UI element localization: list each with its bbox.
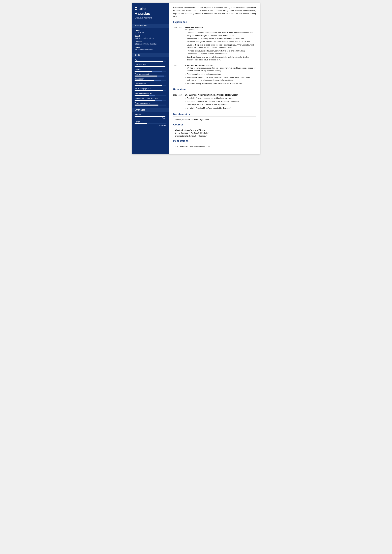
memberships-list: Member, Executive Assistant Organization — [173, 119, 256, 121]
skill-bar — [134, 61, 166, 62]
language-bar — [134, 116, 166, 117]
education-section: Education 2010 - 2013 BA, Business Admin… — [173, 88, 256, 110]
experience-bullets: Worked as temp executive assistant for 4… — [185, 67, 256, 85]
experience-item: 2013 Freelance Executive Assistant Worke… — [173, 64, 256, 85]
experience-bullets: Handled top executive assistant duties f… — [185, 31, 256, 61]
skill-item: Logistics — [134, 68, 166, 72]
course-item: Global Business in Practice, UC Berkeley — [173, 132, 256, 134]
languages-heading: Languages — [132, 108, 169, 112]
education-item: 2010 - 2013 BA, Business Administration,… — [173, 94, 256, 110]
education-content: BA, Business Administration, The College… — [185, 94, 256, 110]
skill-name: EQ — [134, 59, 166, 61]
experience-bullet: Provided executive project support, admi… — [187, 50, 256, 55]
skill-name: File-Sharing Systems — [134, 88, 166, 90]
skill-bar — [134, 100, 166, 101]
skills-list: EQ Communication Logistics Time Manageme… — [134, 59, 166, 105]
skill-bar — [134, 90, 166, 91]
skill-item: Coordinating Conference Calls — [134, 97, 166, 101]
courses-heading: Courses — [173, 123, 256, 127]
summary-text: Resourceful Executive Assistant with 5+ … — [173, 6, 256, 18]
person-name: ClarieHaradas — [134, 6, 166, 16]
experience-bullet: Handled top executive assistant duties f… — [187, 31, 256, 37]
experience-bullet: Saved each top-level exec 11 hours per w… — [187, 44, 256, 49]
publications-heading: Publications — [173, 140, 256, 143]
experience-list: 2013 - 2018 Executive Assistant ISN Lipm… — [173, 26, 256, 85]
twitter-label: Twitter — [134, 46, 166, 48]
main-content: Resourceful Executive Assistant with 5+ … — [169, 3, 260, 154]
experience-company: ISN Lipmann, Inc. — [185, 28, 256, 31]
language-bar — [134, 123, 166, 124]
memberships-section: Memberships Member, Executive Assistant … — [173, 113, 256, 121]
skill-bar — [134, 80, 166, 81]
skill-item: Email Systems — [134, 83, 166, 86]
skill-item: Compassion — [134, 78, 166, 81]
education-degree: BA, Business Administration, The College… — [185, 94, 256, 96]
publications-section: Publications How Details Kill, The Count… — [173, 140, 256, 147]
languages-list: Spanish Fluent French Conversational — [134, 113, 166, 126]
education-date: 2010 - 2013 — [173, 94, 185, 110]
skill-bar — [134, 95, 166, 96]
language-item: Spanish Fluent — [134, 113, 166, 119]
experience-date: 2013 — [173, 64, 185, 85]
experience-bullet: Worked as temp executive assistant for 4… — [187, 67, 256, 72]
skill-bar — [134, 76, 166, 77]
language-name: French — [134, 121, 166, 123]
sidebar: ClarieHaradas Executive Assistant Person… — [132, 3, 169, 154]
skill-name: Compassion — [134, 78, 166, 80]
publication-item: How Details Kill, The Counterintuitive C… — [173, 145, 256, 147]
skill-item: Time Management — [134, 73, 166, 77]
education-bullet: Excelled in financial management and bus… — [187, 97, 256, 99]
language-level: Fluent — [134, 117, 166, 119]
experience-bullet: Performed weekly proofreading of executi… — [187, 82, 256, 85]
linkedin-label: LinkedIn — [134, 41, 166, 43]
experience-bullet: Assisted with project logistics and deve… — [187, 76, 256, 82]
experience-content: Freelance Executive Assistant Worked as … — [185, 64, 256, 85]
skill-item: Travel Arrangements — [134, 102, 166, 105]
email-value: clarieharadas@gmail.com — [134, 37, 166, 39]
experience-date: 2013 - 2018 — [173, 26, 185, 62]
membership-item: Member, Executive Assistant Organization — [173, 119, 256, 121]
education-list: 2010 - 2013 BA, Business Administration,… — [173, 94, 256, 110]
skill-name: Database Management — [134, 92, 166, 94]
education-bullet: My article, "Reading Minds" was reprinte… — [187, 107, 256, 110]
education-heading: Education — [173, 88, 256, 92]
skill-name: Communication — [134, 63, 166, 65]
skill-item: Database Management — [134, 92, 166, 96]
language-name: Spanish — [134, 113, 166, 115]
skill-bar — [134, 66, 166, 67]
skill-name: Logistics — [134, 68, 166, 70]
email-label: E-mail — [134, 35, 166, 37]
experience-title: Executive Assistant — [185, 26, 256, 28]
experience-title: Freelance Executive Assistant — [185, 64, 256, 67]
skill-name: Time Management — [134, 73, 166, 75]
experience-item: 2013 - 2018 Executive Assistant ISN Lipm… — [173, 26, 256, 62]
experience-bullet: Implemented call-recording system that c… — [187, 38, 256, 43]
course-item: Effective Business Writing, UC Berkeley — [173, 129, 256, 131]
skill-bar — [134, 85, 166, 86]
linkedin-value: linkedin.com/in/clarieharadas — [134, 43, 166, 45]
skill-item: Communication — [134, 63, 166, 67]
skill-name: Coordinating Conference Calls — [134, 97, 166, 99]
skill-name: Email Systems — [134, 83, 166, 85]
experience-bullet: Aided executives with meeting preparatio… — [187, 73, 256, 76]
twitter-value: twitter.com/clarieharadas — [134, 49, 166, 51]
education-bullet: Secretary, Women in Business student org… — [187, 104, 256, 106]
language-item: French Conversational — [134, 121, 166, 126]
skill-bar — [134, 71, 166, 72]
experience-content: Executive Assistant ISN Lipmann, Inc. Ha… — [185, 26, 256, 62]
skill-name: Travel Arrangements — [134, 102, 166, 104]
skill-bar — [134, 105, 166, 105]
experience-bullet: Coordinated travel arrangements both dom… — [187, 56, 256, 61]
experience-heading: Experience — [173, 21, 256, 24]
courses-section: Courses Effective Business Writing, UC B… — [173, 123, 256, 137]
skill-item: File-Sharing Systems — [134, 88, 166, 91]
phone-value: 862-208-2592 — [134, 32, 166, 34]
phone-label: Phone — [134, 29, 166, 31]
education-bullets: Excelled in financial management and bus… — [185, 97, 256, 110]
language-level: Conversational — [134, 125, 166, 126]
memberships-heading: Memberships — [173, 113, 256, 117]
education-bullet: Pursued a passion for business ethics an… — [187, 100, 256, 103]
person-title: Executive Assistant — [134, 17, 166, 21]
resume-container: ClarieHaradas Executive Assistant Person… — [132, 3, 260, 154]
courses-list: Effective Business Writing, UC BerkeleyG… — [173, 129, 256, 137]
